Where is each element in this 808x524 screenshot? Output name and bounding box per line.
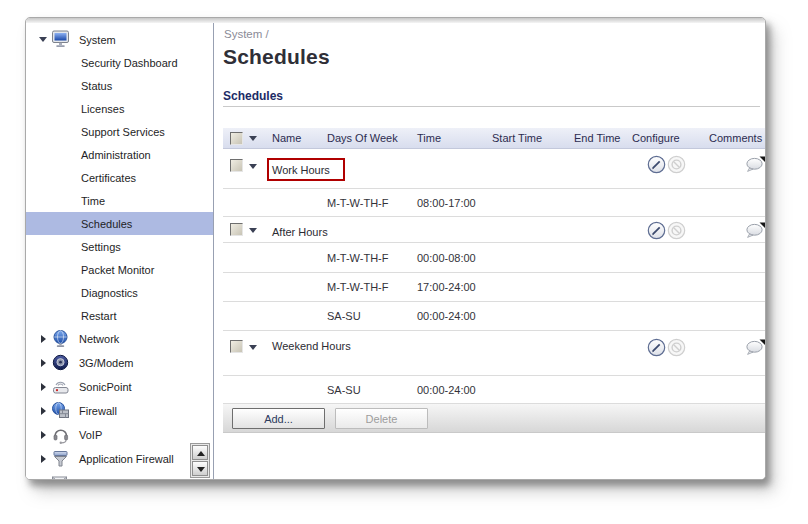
add-button[interactable]: Add... (232, 408, 325, 429)
delete-button[interactable]: Delete (335, 408, 428, 429)
scroll-up-button[interactable] (192, 445, 208, 460)
main-content: System / Schedules Schedules Name Days O… (215, 23, 765, 479)
entry-days: SA-SU (327, 376, 361, 403)
column-header-days: Days Of Week (327, 128, 398, 149)
sidebar-item-support-services[interactable]: Support Services (26, 120, 213, 143)
globe-icon (51, 329, 71, 348)
comment-bubble-icon[interactable] (745, 156, 766, 173)
headset-icon (51, 425, 71, 444)
entry-days: M-T-W-TH-F (327, 273, 389, 301)
section-title: Schedules (223, 89, 760, 107)
access-point-icon (51, 377, 71, 396)
sidebar-item-label: Packet Monitor (81, 264, 154, 276)
sidebar-item-certificates[interactable]: Certificates (26, 166, 213, 189)
chevron-right-icon[interactable] (41, 407, 46, 415)
column-header-configure: Configure (632, 128, 680, 149)
edit-icon[interactable] (647, 155, 666, 174)
disable-icon[interactable] (667, 221, 686, 240)
disable-icon[interactable] (667, 338, 686, 357)
sidebar-item-label: SonicPoint (79, 381, 132, 393)
nav-tree: System Security Dashboard Status License… (26, 23, 213, 480)
entry-days: SA-SU (327, 302, 361, 330)
sidebar-item-firewall[interactable]: Firewall (26, 399, 213, 423)
sidebar-item-network[interactable]: Network (26, 327, 213, 351)
triangle-down-icon (197, 467, 205, 472)
chevron-right-icon[interactable] (41, 455, 46, 463)
entry-time: 00:00-24:00 (417, 302, 476, 330)
sidebar-item-label: Certificates (81, 172, 136, 184)
app-window: System Security Dashboard Status License… (25, 17, 766, 480)
sidebar-item-time[interactable]: Time (26, 189, 213, 212)
breadcrumb: System / (224, 28, 269, 40)
schedule-entry-row: M-T-W-TH-F 08:00-17:00 (223, 189, 766, 217)
schedule-group-row-work-hours[interactable]: Work Hours (223, 149, 766, 189)
entry-days: M-T-W-TH-F (327, 243, 389, 272)
envelope-icon (51, 473, 71, 480)
sidebar-item-label: Security Dashboard (81, 57, 178, 69)
monitor-icon (51, 30, 71, 49)
edit-icon[interactable] (647, 221, 666, 240)
sidebar-item-label: System (79, 34, 116, 46)
table-footer-bar: Add... Delete (223, 404, 766, 433)
sidebar-item-3g-modem[interactable]: 3G/Modem (26, 351, 213, 375)
comment-bubble-icon[interactable] (745, 339, 766, 356)
sidebar-item-administration[interactable]: Administration (26, 143, 213, 166)
entry-time: 08:00-17:00 (417, 189, 476, 216)
sidebar-item-label: Status (81, 80, 112, 92)
column-header-name: Name (272, 128, 301, 149)
sidebar-item-status[interactable]: Status (26, 74, 213, 97)
sidebar-item-label: Support Services (81, 126, 165, 138)
sidebar-item-security-dashboard[interactable]: Security Dashboard (26, 51, 213, 74)
column-header-end-time: End Time (574, 128, 620, 149)
schedule-entry-row: M-T-W-TH-F 17:00-24:00 (223, 273, 766, 302)
sidebar-item-system[interactable]: System (26, 28, 213, 51)
sidebar-item-packet-monitor[interactable]: Packet Monitor (26, 258, 213, 281)
edit-icon[interactable] (647, 338, 666, 357)
chevron-right-icon[interactable] (41, 383, 46, 391)
sidebar-item-restart[interactable]: Restart (26, 304, 213, 327)
sidebar-item-label: Firewall (79, 405, 117, 417)
schedule-group-row-weekend-hours[interactable]: Weekend Hours (223, 331, 766, 376)
sidebar-item-schedules-selected[interactable]: Schedules (26, 212, 213, 235)
sidebar-item-voip[interactable]: VoIP (26, 423, 213, 447)
sidebar-item-licenses[interactable]: Licenses (26, 97, 213, 120)
chevron-right-icon[interactable] (41, 479, 46, 480)
header-dropdown-icon[interactable] (249, 136, 257, 141)
sidebar-item-settings[interactable]: Settings (26, 235, 213, 258)
sidebar-item-sonicpoint[interactable]: SonicPoint (26, 375, 213, 399)
sidebar-item-label: Schedules (81, 218, 132, 230)
column-header-comments: Comments (709, 128, 762, 149)
schedule-group-row-after-hours[interactable]: After Hours (223, 217, 766, 243)
sidebar-item-anti-spam[interactable]: Anti-Spam (26, 471, 213, 480)
entry-time: 00:00-08:00 (417, 243, 476, 272)
schedules-table: Name Days Of Week Time Start Time End Ti… (223, 128, 766, 433)
chevron-right-icon[interactable] (41, 359, 46, 367)
disable-icon[interactable] (667, 155, 686, 174)
scroll-down-button[interactable] (192, 461, 208, 476)
sidebar-item-label: Network (79, 333, 119, 345)
schedule-name: After Hours (223, 224, 355, 240)
nav-sidebar: System Security Dashboard Status License… (26, 23, 214, 479)
sidebar-item-label: Diagnostics (81, 287, 138, 299)
sidebar-item-label: Licenses (81, 103, 124, 115)
triangle-up-icon (197, 451, 205, 456)
select-all-checkbox[interactable] (230, 132, 243, 145)
sidebar-item-application-firewall[interactable]: Application Firewall (26, 447, 213, 471)
chevron-right-icon[interactable] (41, 335, 46, 343)
sidebar-item-label: Restart (81, 310, 116, 322)
sidebar-item-diagnostics[interactable]: Diagnostics (26, 281, 213, 304)
page-title: Schedules (223, 45, 330, 69)
entry-time: 00:00-24:00 (417, 376, 476, 403)
table-header-row: Name Days Of Week Time Start Time End Ti… (223, 128, 766, 149)
sidebar-scroll-widget (190, 443, 210, 478)
comment-bubble-icon[interactable] (745, 222, 766, 239)
chevron-down-icon[interactable] (39, 37, 47, 42)
schedule-entry-row: SA-SU 00:00-24:00 (223, 376, 766, 404)
sidebar-item-label: VoIP (79, 429, 102, 441)
sidebar-item-label: Time (81, 195, 105, 207)
schedule-entry-row: SA-SU 00:00-24:00 (223, 302, 766, 331)
modem-icon (51, 353, 71, 372)
chevron-right-icon[interactable] (41, 431, 46, 439)
sidebar-item-label: Settings (81, 241, 121, 253)
schedule-entry-row: M-T-W-TH-F 00:00-08:00 (223, 243, 766, 273)
